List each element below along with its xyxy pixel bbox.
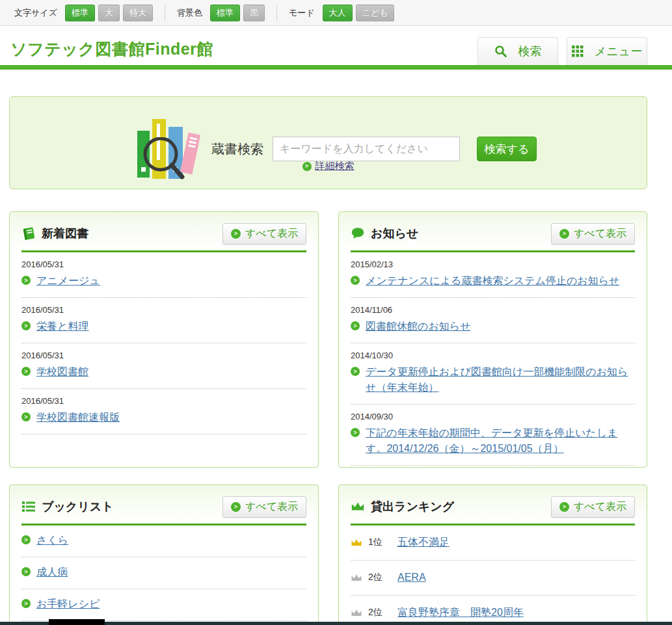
news-link[interactable]: メンテナンスによる蔵書検索システム停止のお知らせ — [366, 273, 619, 289]
show-all-news-button[interactable]: すべて表示 — [551, 223, 635, 245]
window-bottom-fragment — [49, 619, 105, 625]
booklist-link[interactable]: 成人病 — [36, 565, 68, 580]
mode-adult-button[interactable]: 大人 — [323, 5, 353, 21]
arrow-icon — [559, 502, 569, 512]
panel-new-books: 新着図書 すべて表示 2016/05/31 アニメージュ 2016/05/31 … — [9, 211, 319, 468]
arrow-icon — [21, 412, 31, 421]
menu-grid-icon — [572, 46, 584, 57]
panel-title-booklist: ブックリスト — [42, 499, 222, 514]
panel-booklist: ブックリスト すべて表示 さくら 成人病 お手軽レシピ — [9, 485, 319, 625]
item-date: 2014/09/30 — [351, 412, 635, 421]
booklist-link[interactable]: さくら — [36, 533, 68, 548]
arrow-icon — [21, 367, 31, 376]
arrow-icon — [351, 321, 360, 330]
booklist-link[interactable]: お手軽レシピ — [36, 596, 100, 612]
mode-kids-button[interactable]: こども — [356, 5, 395, 21]
show-all-label: すべて表示 — [574, 227, 626, 241]
brand-accent-bar — [0, 65, 672, 70]
item-date: 2016/05/31 — [21, 396, 306, 406]
item-date: 2016/05/31 — [21, 351, 306, 360]
list-item: 2位 AERA — [351, 561, 635, 596]
show-all-label: すべて表示 — [574, 500, 626, 514]
new-book-link[interactable]: 学校図書館速報版 — [36, 410, 120, 425]
list-item: 成人病 — [21, 557, 306, 589]
accessibility-toolbar: 文字サイズ 標準 大 特大 背景色 標準 黒 モード 大人 こども — [0, 0, 672, 26]
gold-crown-icon — [351, 539, 362, 547]
list-item: 2014/10/30 データ更新停止および図書館向け一部機能制限のお知らせ（年末… — [351, 343, 635, 405]
header-search-label: 検索 — [518, 44, 542, 59]
arrow-icon — [351, 367, 360, 376]
font-size-group: 文字サイズ 標準 大 特大 — [14, 5, 153, 21]
header-menu-button[interactable]: メニュー — [567, 37, 647, 65]
toolbar-divider — [276, 5, 277, 21]
speech-bubble-icon — [351, 226, 365, 241]
show-all-ranking-button[interactable]: すべて表示 — [551, 496, 635, 518]
list-item: 2016/05/31 学校図書館速報版 — [21, 389, 306, 434]
list-item: さくら — [21, 525, 306, 557]
list-icon — [21, 499, 36, 514]
news-link[interactable]: 下記の年末年始の期間中、データ更新を停止いたします。2014/12/26（金）～… — [366, 425, 635, 457]
arrow-icon — [351, 428, 360, 437]
list-item: 2016/05/31 栄養と料理 — [21, 298, 306, 343]
bg-black-button[interactable]: 黒 — [243, 5, 265, 21]
catalog-search-panel: 蔵書検索 検索する 詳細検索 — [9, 96, 647, 189]
site-title[interactable]: ソフテック図書館Finder館 — [10, 38, 213, 60]
panel-news: お知らせ すべて表示 2015/02/13 メンテナンスによる蔵書検索システム停… — [338, 211, 647, 468]
panel-title-new-books: 新着図書 — [42, 226, 222, 241]
keyword-input[interactable] — [273, 137, 460, 161]
panel-ranking: 貸出ランキング すべて表示 1位 五体不満足 2位 AERA 2位 — [338, 485, 647, 625]
rank-label: 2位 — [368, 572, 392, 583]
panel-title-news: お知らせ — [371, 226, 551, 241]
list-item: 2位 富良野塾序章 開塾20周年 — [351, 596, 635, 625]
item-date: 2016/05/31 — [21, 305, 306, 315]
rank-label: 1位 — [368, 537, 392, 548]
arrow-icon — [559, 229, 569, 239]
list-item: 2016/05/31 学校図書館 — [21, 343, 306, 389]
item-date: 2015/02/13 — [351, 259, 635, 269]
news-link[interactable]: データ更新停止および図書館向け一部機能制限のお知らせ（年末年始） — [366, 364, 635, 395]
header-search-button[interactable]: 検索 — [477, 37, 558, 65]
search-submit-button[interactable]: 検索する — [477, 137, 537, 161]
font-size-large-button[interactable]: 大 — [98, 5, 120, 21]
arrow-icon — [21, 276, 31, 285]
ranking-link[interactable]: AERA — [397, 570, 426, 585]
crown-icon — [351, 501, 365, 512]
new-book-link[interactable]: 学校図書館 — [36, 364, 88, 380]
list-item: 2014/11/06 図書館休館のお知らせ — [351, 298, 635, 343]
rank-label: 2位 — [368, 607, 392, 618]
arrow-icon — [21, 599, 31, 608]
new-book-link[interactable]: アニメージュ — [36, 273, 100, 289]
advanced-search-link[interactable]: 詳細検索 — [316, 160, 355, 172]
arrow-icon — [351, 276, 360, 285]
header-menu-label: メニュー — [595, 44, 642, 59]
toolbar-divider — [165, 5, 165, 21]
font-size-label: 文字サイズ — [14, 7, 57, 19]
background-color-label: 背景色 — [177, 7, 202, 19]
panel-title-ranking: 貸出ランキング — [371, 499, 551, 514]
show-all-booklist-button[interactable]: すべて表示 — [222, 496, 306, 518]
ranking-link[interactable]: 五体不満足 — [397, 535, 450, 550]
arrow-icon — [21, 535, 31, 544]
show-all-label: すべて表示 — [245, 500, 298, 514]
new-book-link[interactable]: 栄養と料理 — [36, 319, 88, 334]
arrow-icon — [21, 567, 31, 576]
content-panels: 新着図書 すべて表示 2016/05/31 アニメージュ 2016/05/31 … — [9, 211, 647, 625]
show-all-label: すべて表示 — [245, 227, 298, 241]
silver-crown-icon — [351, 609, 362, 617]
news-link[interactable]: 図書館休館のお知らせ — [366, 319, 471, 334]
list-item: 2014/09/30 下記の年末年始の期間中、データ更新を停止いたします。201… — [351, 405, 635, 466]
list-item: 1位 五体不満足 — [351, 525, 635, 561]
mode-label: モード — [289, 7, 315, 19]
font-size-standard-button[interactable]: 標準 — [65, 5, 95, 21]
font-size-xlarge-button[interactable]: 特大 — [123, 5, 153, 21]
show-all-new-books-button[interactable]: すべて表示 — [222, 223, 306, 245]
catalog-search-label: 蔵書検索 — [211, 140, 263, 158]
bg-standard-button[interactable]: 標準 — [210, 5, 240, 21]
arrow-icon — [231, 502, 241, 512]
arrow-icon — [231, 229, 241, 239]
ranking-link[interactable]: 富良野塾序章 開塾20周年 — [397, 605, 524, 620]
list-item: 2015/02/13 メンテナンスによる蔵書検索システム停止のお知らせ — [351, 252, 635, 298]
arrow-icon — [21, 321, 31, 330]
site-header: ソフテック図書館Finder館 検索 — [0, 26, 672, 65]
list-item: 2016/05/31 アニメージュ — [21, 252, 306, 298]
